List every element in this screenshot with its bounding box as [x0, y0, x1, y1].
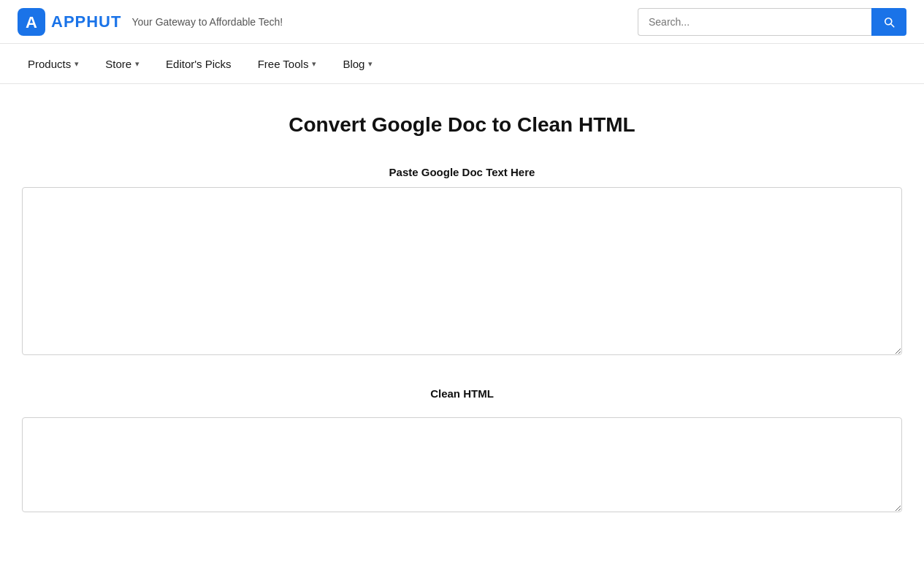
header-right [638, 8, 906, 36]
main-nav: Products ▾ Store ▾ Editor's Picks Free T… [0, 44, 924, 84]
search-button[interactable] [871, 8, 906, 36]
page-title: Convert Google Doc to Clean HTML [22, 113, 902, 137]
nav-label-products: Products [28, 58, 71, 70]
tagline: Your Gateway to Affordable Tech! [131, 16, 283, 28]
logo-text: APPHUT [51, 12, 121, 31]
chevron-down-icon-blog: ▾ [368, 59, 373, 69]
nav-item-store[interactable]: Store ▾ [92, 44, 153, 83]
nav-label-blog: Blog [343, 58, 364, 70]
nav-label-store: Store [105, 58, 131, 70]
header: A APPHUT Your Gateway to Affordable Tech… [0, 0, 924, 44]
nav-label-free-tools: Free Tools [258, 58, 309, 70]
input-label: Paste Google Doc Text Here [22, 166, 902, 178]
search-input[interactable] [638, 8, 871, 36]
input-section: Paste Google Doc Text Here [22, 166, 902, 358]
chevron-down-icon-products: ▾ [75, 59, 79, 69]
search-icon [882, 15, 896, 28]
output-section: Clean HTML [22, 387, 902, 515]
output-label: Clean HTML [22, 387, 902, 400]
logo-container[interactable]: A APPHUT [18, 8, 121, 36]
nav-label-editors-picks: Editor's Picks [166, 58, 232, 70]
nav-item-editors-picks[interactable]: Editor's Picks [153, 44, 245, 83]
svg-text:A: A [26, 13, 37, 31]
chevron-down-icon-store: ▾ [135, 59, 140, 69]
logo-icon: A [18, 8, 45, 36]
google-doc-input[interactable] [22, 187, 902, 355]
clean-html-output[interactable] [22, 417, 902, 512]
main-content: Convert Google Doc to Clean HTML Paste G… [0, 84, 924, 537]
chevron-down-icon-free-tools: ▾ [312, 59, 316, 69]
nav-item-blog[interactable]: Blog ▾ [329, 44, 386, 83]
nav-item-free-tools[interactable]: Free Tools ▾ [245, 44, 330, 83]
header-left: A APPHUT Your Gateway to Affordable Tech… [18, 8, 283, 36]
nav-item-products[interactable]: Products ▾ [15, 44, 92, 83]
